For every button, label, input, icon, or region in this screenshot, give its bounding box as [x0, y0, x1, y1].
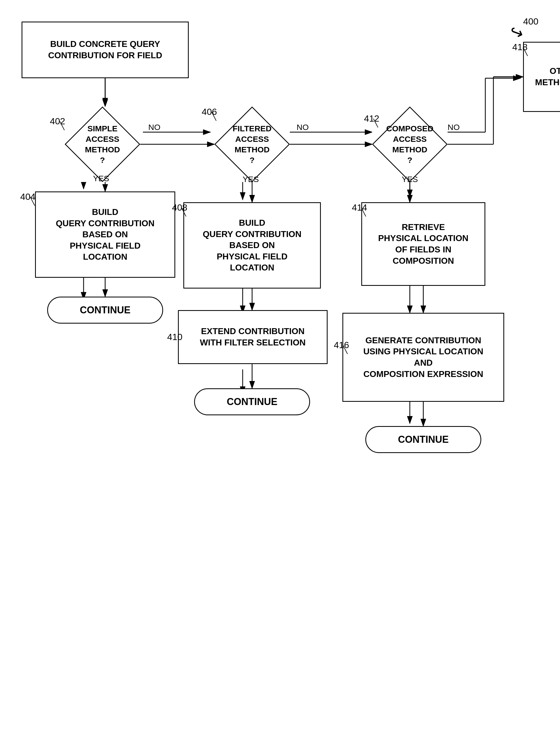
diagram-number: 400 [523, 16, 538, 27]
box-410: EXTEND CONTRIBUTIONWITH FILTER SELECTION [178, 310, 327, 364]
yes-label-402: YES [93, 174, 109, 183]
box-418: OTHER ACCESSMETHOD PROCESSING [523, 42, 560, 112]
continue-1: CONTINUE [47, 297, 163, 323]
diamond-406: FILTEREDACCESSMETHOD? [214, 106, 290, 182]
yes-label-406: YES [243, 175, 259, 184]
tick-408: ╲ [181, 207, 186, 217]
continue-2: CONTINUE [194, 388, 310, 415]
box-416: GENERATE CONTRIBUTIONUSING PHYSICAL LOCA… [342, 313, 504, 402]
tick-402: ╲ [60, 121, 64, 130]
tick-418: ╲ [523, 47, 528, 56]
diamond-412: COMPOSEDACCESSMETHOD? [372, 106, 447, 182]
start-box: BUILD CONCRETE QUERY CONTRIBUTION FOR FI… [22, 22, 189, 78]
tick-412: ╲ [374, 119, 378, 127]
no-label-412: NO [447, 123, 460, 132]
no-label-406: NO [297, 123, 309, 132]
yes-label-412: YES [402, 175, 418, 184]
tick-404: ╲ [30, 197, 35, 206]
diamond-402: SIMPLEACCESSMETHOD? [65, 106, 140, 182]
flowchart-diagram: 400 ↩ BUILD CONCRETE QUERY CONTRIBUTION … [0, 0, 560, 751]
no-label-402: NO [148, 123, 160, 132]
tick-416: ╲ [343, 345, 347, 354]
curved-arrow-icon: ↩ [507, 21, 526, 44]
box-408: BUILDQUERY CONTRIBUTIONBASED ONPHYSICAL … [183, 202, 321, 289]
label-410: 410 [167, 332, 182, 342]
tick-406: ╲ [212, 112, 216, 121]
continue-3: CONTINUE [365, 426, 481, 453]
tick-414: ╲ [361, 207, 366, 217]
box-404: BUILDQUERY CONTRIBUTIONBASED ONPHYSICAL … [35, 192, 175, 278]
box-414: RETRIEVEPHYSICAL LOCATIONOF FIELDS INCOM… [361, 202, 485, 286]
